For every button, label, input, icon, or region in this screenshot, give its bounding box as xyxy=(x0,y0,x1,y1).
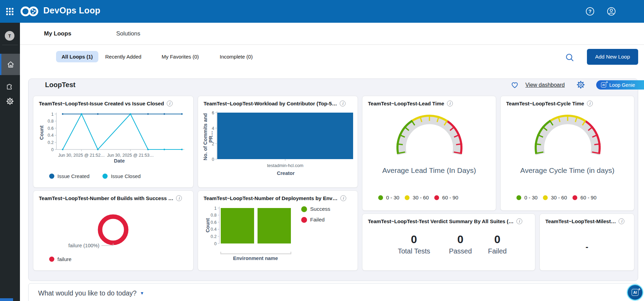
stat-failed: 0 Failed xyxy=(479,233,515,255)
legend-item-green: 0 - 30 xyxy=(378,195,399,200)
card-title: TeamTest~LoopTest-Number of Builds with … xyxy=(39,195,173,201)
help-icon[interactable]: ? xyxy=(585,7,595,16)
info-icon[interactable]: i xyxy=(619,218,624,224)
app-title: DevOps Loop xyxy=(43,6,100,15)
svg-text:0.4: 0.4 xyxy=(48,133,54,138)
svg-text:0: 0 xyxy=(212,157,214,162)
loop-genie-button[interactable]: AI+ Loop Genie xyxy=(596,80,644,90)
left-sidebar: T xyxy=(0,23,20,301)
assistant-prompt-bar[interactable]: What would you like to do today? ▾ xyxy=(28,283,638,301)
legend-swatch xyxy=(434,195,439,200)
gauge-legend: 0 - 30 30 - 60 60 - 90 xyxy=(378,195,458,200)
svg-text:1: 1 xyxy=(214,206,217,211)
card-title-row: TeamTest~LoopTest-Test Verdict Summary B… xyxy=(362,214,535,224)
card-test-verdict-summary: TeamTest~LoopTest-Test Verdict Summary B… xyxy=(362,214,535,271)
svg-text:0.6: 0.6 xyxy=(211,220,217,225)
legend-item-failure[interactable]: failure xyxy=(49,256,72,262)
legend-swatch xyxy=(102,174,108,179)
legend-item-failed[interactable]: Failed xyxy=(301,217,330,223)
legend-item-red: 60 - 90 xyxy=(572,195,597,200)
legend-swatch xyxy=(572,195,577,200)
loop-settings-gear-icon[interactable] xyxy=(576,80,585,89)
card-milestone: TeamTest~LoopTest-Milest… i - xyxy=(539,214,634,271)
filter-recently-added[interactable]: Recently Added xyxy=(105,54,141,60)
verdict-stats: 0 Total Tests 0 Passed 0 Failed xyxy=(386,233,515,255)
card-deployments-by-environment: TeamTest~LoopTest-Number of Deployments … xyxy=(198,190,358,271)
card-title: TeamTest~LoopTest-Cycle Time xyxy=(506,101,584,106)
stat-total-tests: 0 Total Tests xyxy=(386,233,441,255)
info-icon[interactable]: i xyxy=(587,101,593,106)
sidebar-item-integrations[interactable] xyxy=(0,78,20,94)
sidebar-item-home[interactable] xyxy=(0,54,20,75)
legend-item-issue-closed[interactable]: Issue Closed xyxy=(102,173,141,179)
card-title: TeamTest~LoopTest-Test Verdict Summary B… xyxy=(368,218,514,224)
search-icon[interactable] xyxy=(565,53,575,62)
tab-my-loops[interactable]: My Loops xyxy=(44,30,71,37)
card-title-row: TeamTest~LoopTest-Number of Deployments … xyxy=(198,191,358,201)
svg-text:0.4: 0.4 xyxy=(211,227,217,232)
ai-assistant-fab[interactable]: AI+ xyxy=(627,284,643,300)
milestone-value: - xyxy=(540,242,634,252)
svg-text:0.2: 0.2 xyxy=(48,140,54,145)
card-lead-time: TeamTest~LoopTest-Lead Time i Average Le… xyxy=(362,96,496,211)
info-icon[interactable]: i xyxy=(340,101,346,106)
info-icon[interactable]: i xyxy=(516,218,522,224)
avatar[interactable]: T xyxy=(5,31,14,41)
card-title: TeamTest~LoopTest-Lead Time xyxy=(368,101,444,106)
app-switcher-icon[interactable] xyxy=(6,8,13,15)
card-title: TeamTest~LoopTest-Milest… xyxy=(545,218,616,224)
cycle-time-gauge xyxy=(501,112,635,160)
svg-text:testadmin-hcl.com: testadmin-hcl.com xyxy=(267,163,303,168)
favorite-heart-icon[interactable] xyxy=(510,80,519,89)
info-icon[interactable]: i xyxy=(176,195,182,201)
sidebar-item-settings[interactable] xyxy=(0,93,20,110)
filter-my-favorites[interactable]: My Favorites (0) xyxy=(162,54,199,60)
filter-incomplete[interactable]: Incomplete (0) xyxy=(220,54,253,60)
legend-item-red: 60 - 90 xyxy=(434,195,458,200)
card-workload-by-contributor: TeamTest~LoopTest-Workload by Contributo… xyxy=(198,96,358,188)
svg-text:Jun 30, 2025 @ 21:53…: Jun 30, 2025 @ 21:53… xyxy=(107,153,154,158)
loop-title: LoopTest xyxy=(45,81,76,89)
svg-text:0.8: 0.8 xyxy=(48,119,54,124)
chart-legend: failure xyxy=(49,256,72,262)
legend-swatch xyxy=(405,195,410,200)
card-title-row: TeamTest~LoopTest-Workload by Contributo… xyxy=(198,96,358,106)
legend-swatch xyxy=(301,217,307,223)
card-title: TeamTest~LoopTest-Issue Created vs Issue… xyxy=(39,101,164,106)
legend-swatch xyxy=(516,195,521,200)
legend-swatch xyxy=(378,195,383,200)
filter-all-loops[interactable]: All Loops (1) xyxy=(56,51,98,62)
x-axis-label: Environment name xyxy=(219,256,292,261)
tabs-divider xyxy=(20,44,644,45)
view-dashboard-link[interactable]: View dashboard xyxy=(525,82,565,88)
svg-text:failure (100%): failure (100%) xyxy=(68,243,99,248)
info-icon[interactable]: i xyxy=(167,101,173,106)
gear-icon xyxy=(6,97,14,105)
svg-text:1: 1 xyxy=(51,112,54,117)
assistant-prompt: What would you like to do today? xyxy=(38,289,137,297)
gauge-label: Average Cycle Time (in days) xyxy=(501,166,634,175)
top-header: DevOps Loop ? xyxy=(0,0,644,23)
svg-text:2: 2 xyxy=(212,142,214,146)
x-axis-label: Creator xyxy=(219,170,353,176)
tab-solutions[interactable]: Solutions xyxy=(116,30,140,37)
svg-text:0: 0 xyxy=(51,147,54,152)
sidebar-divider xyxy=(2,45,18,45)
legend-item-issue-created[interactable]: Issue Created xyxy=(49,173,89,179)
add-new-loop-button[interactable]: Add New Loop xyxy=(587,49,638,65)
chart-legend: Issue Created Issue Closed xyxy=(49,173,141,179)
card-builds-success-failure: TeamTest~LoopTest-Number of Builds with … xyxy=(33,190,194,271)
info-icon[interactable]: i xyxy=(447,101,453,106)
stat-passed: 0 Passed xyxy=(441,233,479,255)
account-icon[interactable] xyxy=(607,7,616,16)
info-icon[interactable]: i xyxy=(340,195,346,201)
legend-item-green: 0 - 30 xyxy=(516,195,537,200)
card-title-row: TeamTest~LoopTest-Cycle Time i xyxy=(501,96,634,106)
issue-line-chart: 00.20.40.60.81Jun 30, 2025 @ 21:52…Jun 3… xyxy=(44,110,194,165)
svg-text:0.8: 0.8 xyxy=(211,213,217,218)
svg-text:4: 4 xyxy=(212,126,214,131)
x-axis-label: Date xyxy=(54,158,185,164)
legend-item-success[interactable]: Success xyxy=(301,206,330,212)
card-issue-created-vs-closed: TeamTest~LoopTest-Issue Created vs Issue… xyxy=(33,96,194,188)
legend-swatch xyxy=(49,174,54,179)
